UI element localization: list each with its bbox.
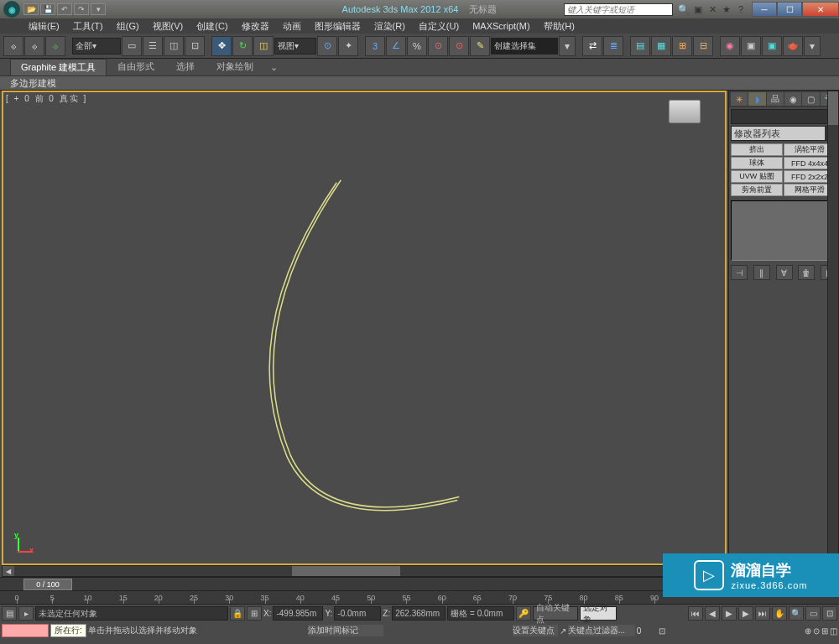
menu-maxscript[interactable]: MAXScript(M) [466, 21, 536, 31]
lock-selection-icon[interactable]: 🔒 [230, 606, 245, 621]
ribbon-tab-selection[interactable]: 选择 [165, 58, 206, 75]
y-coord[interactable]: -0.0mm [334, 606, 381, 621]
layer-mgr-icon[interactable]: ▦ [651, 36, 671, 56]
key-filters-button[interactable]: 关键点过滤器... [568, 625, 635, 636]
menu-modifiers[interactable]: 修改器 [235, 20, 276, 33]
unlink-icon[interactable]: ⟐ [24, 36, 44, 56]
menu-customize[interactable]: 自定义(U) [412, 20, 466, 33]
macro-recorder[interactable] [2, 624, 49, 637]
mod-btn-chamfer[interactable]: 剪角前置 [731, 184, 783, 196]
nav-fov-icon[interactable]: ▭ [805, 606, 821, 621]
percent-snap-icon[interactable]: % [407, 36, 427, 56]
tab-modify-icon[interactable]: ◗ [748, 92, 765, 106]
help-search-input[interactable] [564, 3, 673, 16]
time-slider-frame[interactable]: 0 / 100 [23, 579, 72, 590]
nav-orbit-icon[interactable]: ⊕ [805, 626, 811, 636]
ribbon-tab-graphite[interactable]: Graphite 建模工具 [10, 59, 107, 75]
rotate-icon[interactable]: ↻ [232, 36, 253, 56]
layers-icon[interactable]: ▤ [630, 36, 650, 56]
link-icon[interactable]: ⟐ [3, 36, 23, 56]
qat-dropdown-icon[interactable]: ▾ [91, 3, 106, 15]
ribbon-panel-label[interactable]: 多边形建模 [10, 77, 56, 90]
window-crossing-icon[interactable]: ⊡ [185, 36, 205, 56]
snap-toggle-icon[interactable]: 3 [365, 36, 385, 56]
move-icon[interactable]: ✥ [211, 36, 232, 56]
scale-icon[interactable]: ◫ [253, 36, 274, 56]
bind-icon[interactable]: ⟐ [45, 36, 65, 56]
add-time-tag[interactable]: 添加时间标记 [308, 625, 383, 636]
named-sel-dd-icon[interactable]: ▾ [559, 36, 576, 56]
scroll-thumb[interactable] [292, 566, 400, 576]
tab-hierarchy-icon[interactable]: 品 [767, 92, 784, 106]
pivot-icon[interactable]: ⊙ [317, 36, 337, 56]
render-icon[interactable]: 🫖 [783, 36, 803, 56]
maxscript-mini-icon[interactable]: ▤ [2, 606, 17, 621]
menu-rendering[interactable]: 渲染(R) [367, 20, 412, 33]
ribbon-tab-freeform[interactable]: 自由形式 [107, 58, 165, 75]
align-icon[interactable]: ≣ [603, 36, 623, 56]
menu-group[interactable]: 组(G) [110, 20, 146, 33]
ref-coord-system[interactable]: 视图 ▾ [274, 38, 316, 55]
absolute-mode-icon[interactable]: ⊞ [247, 606, 262, 621]
time-config-icon[interactable]: ⊡ [659, 626, 665, 636]
tab-display-icon[interactable]: ▢ [802, 92, 819, 106]
menu-tools[interactable]: 工具(T) [66, 20, 110, 33]
select-object-icon[interactable]: ▭ [122, 36, 142, 56]
mod-btn-extrude[interactable]: 挤出 [731, 143, 783, 156]
render-dd-icon[interactable]: ▾ [804, 36, 821, 56]
menu-grapheditors[interactable]: 图形编辑器 [308, 20, 367, 33]
qat-save-icon[interactable]: 💾 [40, 3, 55, 15]
x-coord[interactable]: -499.985m [273, 606, 323, 621]
selected-object-filter[interactable]: 选定对象 [580, 606, 617, 621]
menu-help[interactable]: 帮助(H) [537, 20, 581, 33]
render-frame-icon[interactable]: ▣ [762, 36, 782, 56]
curve-editor-icon[interactable]: ⊞ [672, 36, 692, 56]
current-frame-field[interactable]: 0 [637, 626, 657, 636]
nav-zoomext-icon[interactable]: ⊡ [822, 606, 837, 621]
tab-create-icon[interactable]: ✳ [731, 92, 748, 106]
modifier-stack[interactable] [731, 200, 837, 261]
goto-start-icon[interactable]: ⏮ [688, 606, 703, 621]
favorite-icon[interactable]: ★ [721, 3, 732, 15]
qat-open-icon[interactable]: 📂 [23, 3, 39, 15]
listener-icon[interactable]: ▸ [18, 606, 34, 621]
snap2-icon[interactable]: ⊙ [449, 36, 469, 56]
key-mode-icon[interactable]: ↗ [560, 626, 566, 636]
viewport-hscrollbar[interactable]: ◀ ▶ [2, 565, 727, 577]
select-region-icon[interactable]: ◫ [164, 36, 184, 56]
angle-snap-icon[interactable]: ∠ [386, 36, 406, 56]
viewport-front[interactable]: [ + 0 前 0 真实 ] yx [2, 91, 727, 565]
mod-btn-sphere[interactable]: 球体 [731, 157, 783, 169]
material-editor-icon[interactable]: ◉ [720, 36, 740, 56]
pin-stack-icon[interactable]: ⊣ [731, 265, 748, 280]
viewport-label[interactable]: [ + 0 前 0 真实 ] [6, 93, 87, 105]
show-end-icon[interactable]: ∥ [753, 265, 770, 280]
scroll-left-icon[interactable]: ◀ [3, 566, 14, 576]
modifier-list-dropdown[interactable]: 修改器列表 ▼ [731, 126, 837, 141]
make-unique-icon[interactable]: ∀ [776, 265, 793, 280]
auto-key-button[interactable]: 自动关键点 [533, 606, 578, 621]
menu-edit[interactable]: 编辑(E) [22, 20, 66, 33]
close-button[interactable]: ✕ [802, 2, 839, 17]
ribbon-tab-paint[interactable]: 对象绘制 [206, 58, 264, 75]
render-setup-icon[interactable]: ▣ [741, 36, 761, 56]
ribbon-caret-icon[interactable]: ⌄ [264, 60, 284, 75]
menu-create[interactable]: 创建(C) [190, 20, 234, 33]
tab-motion-icon[interactable]: ◉ [784, 92, 801, 106]
subscription-icon[interactable]: ▣ [692, 3, 704, 15]
remove-mod-icon[interactable]: 🗑 [798, 265, 815, 280]
set-key-button[interactable]: 设置关键点 [513, 625, 558, 636]
goto-end-icon[interactable]: ⏭ [755, 606, 770, 621]
spinner-snap-icon[interactable]: ⊙ [428, 36, 448, 56]
prev-frame-icon[interactable]: ◀ [705, 606, 720, 621]
qat-redo-icon[interactable]: ↷ [74, 3, 89, 15]
minimize-button[interactable]: ─ [752, 2, 777, 17]
command-panel-vscrollbar[interactable] [827, 91, 839, 577]
app-icon[interactable]: ◉ [3, 1, 20, 18]
play-icon[interactable]: ▶ [722, 606, 737, 621]
time-tag-icon[interactable]: 🔑 [516, 606, 531, 621]
help-icon[interactable]: ? [735, 3, 747, 15]
nav-walk-icon[interactable]: ⊙ [813, 626, 820, 636]
named-selection-sets[interactable]: 创建选择集 [491, 38, 558, 55]
search-icon[interactable]: 🔍 [678, 3, 690, 15]
